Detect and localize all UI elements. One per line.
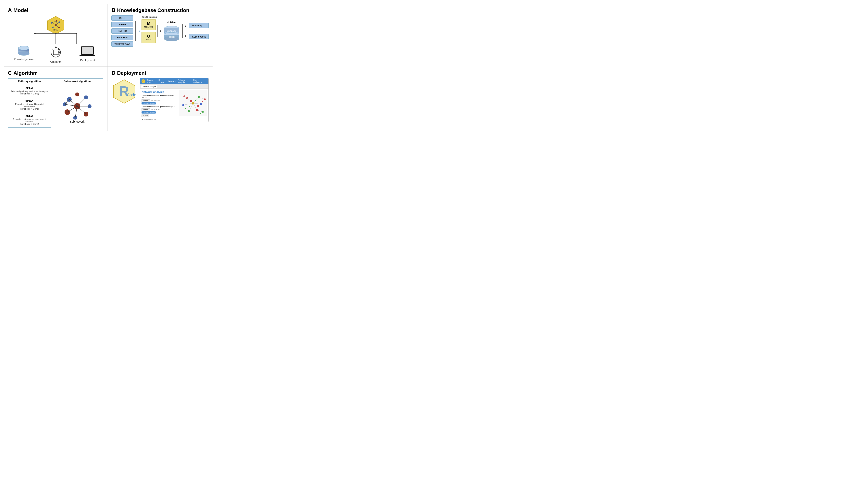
svg-rect-102 <box>197 105 199 107</box>
panel-d-title: D Deployment <box>112 70 209 76</box>
deployment-label: Deployment <box>80 59 95 62</box>
knowledgebase-label: Knowledgebase <box>14 58 34 61</box>
svg-text:MNet: MNet <box>53 29 58 32</box>
col1-header: Pathway algorithm <box>8 78 51 84</box>
panel-d: D Deployment R Code ⬡ Group-wise ID conv… <box>107 67 213 131</box>
svg-rect-101 <box>195 100 196 101</box>
panel-b-title-text: Knowledgebase Construction <box>117 7 189 13</box>
svg-rect-100 <box>190 100 192 102</box>
panel-a-letter: A <box>8 7 12 13</box>
svg-point-21 <box>55 33 57 34</box>
epda-desc: Extended pathway differential abundance(… <box>10 103 49 110</box>
svg-line-70 <box>77 97 86 106</box>
esea-desc: Extended pathway set enrichment analysis… <box>10 118 49 125</box>
browse-met-btn[interactable]: Browse... <box>142 99 150 102</box>
upload-gene-btn[interactable]: Upload complete <box>142 111 156 113</box>
nav-network[interactable]: Network <box>168 80 176 83</box>
svg-rect-103 <box>189 106 190 107</box>
reactome-box: Reactome <box>112 35 133 40</box>
download-plot-link[interactable]: ▲ Download the plot <box>142 118 178 120</box>
gene-letter: G <box>147 34 150 39</box>
panel-a-title-text: Model <box>13 7 28 13</box>
svg-rect-105 <box>185 108 186 109</box>
upload-met-btn[interactable]: Upload complete <box>142 102 156 104</box>
algorithm-label: Algorithm <box>50 60 61 63</box>
db-cylinders: dbKEGG dbNet <box>163 25 181 41</box>
svg-point-22 <box>75 33 77 34</box>
choose-met-label: Choose the differential metabolite data … <box>142 95 178 99</box>
model-item-knowledgebase: Knowledgebase <box>12 46 36 63</box>
kb-sources: BiGG KEGG SMPDB Reactome WikiPathways <box>112 15 133 46</box>
svg-line-72 <box>77 106 86 114</box>
kb-outcomes: Pathway Subnetwork <box>189 23 209 39</box>
svg-rect-31 <box>53 50 58 55</box>
submit-btn[interactable]: Submit <box>142 115 149 117</box>
r-hexagon: R Code <box>112 78 137 108</box>
panel-c: C Algorithm Pathway algorithm Subnetwork… <box>4 67 107 131</box>
kb-arrow-3 <box>182 19 186 43</box>
mnet-hexagon: MNet <box>46 15 66 33</box>
kegg-box: KEGG <box>112 22 133 27</box>
svg-text:dbKEGG: dbKEGG <box>167 30 176 32</box>
svg-text:Code: Code <box>127 93 136 97</box>
panel-b-letter: B <box>112 7 115 13</box>
network-graph-preview <box>179 90 207 120</box>
model-diagram: MNet <box>8 15 103 63</box>
pathway-outcome: Pathway <box>189 23 209 28</box>
nav-id-convert[interactable]: ID convert <box>158 79 166 84</box>
panel-d-title-text: Deployment <box>117 70 147 76</box>
met-filename: diff_mets.rds <box>151 99 160 102</box>
subnetwork-graph <box>60 89 94 120</box>
subnetwork-label: Subnetwork <box>70 120 85 123</box>
svg-point-26 <box>18 46 29 50</box>
svg-line-74 <box>67 106 77 112</box>
svg-marker-56 <box>185 25 186 27</box>
model-items: Knowledgebase <box>8 46 103 63</box>
bigg-box: BiGG <box>112 15 133 21</box>
panel-b-title: B Knowledgebase Construction <box>112 7 209 13</box>
svg-point-25 <box>18 52 29 56</box>
panel-c-title: C Algorithm <box>8 70 103 76</box>
metabolite-box: M Metabolite <box>142 19 156 30</box>
subnetwork-visualization: Subnetwork <box>53 89 101 123</box>
kb-arrow-1 <box>134 17 140 45</box>
network-preview-svg <box>179 90 207 116</box>
browse-gene-btn[interactable]: Browse... <box>142 108 150 111</box>
smpdb-box: SMPDB <box>112 28 133 34</box>
metabolite-letter: M <box>147 21 150 26</box>
svg-text:dbNet: dbNet <box>169 36 175 38</box>
panel-c-title-text: Algorithm <box>13 70 38 76</box>
kegg-mapping-label: KEGG mapping <box>142 16 157 18</box>
svg-rect-39 <box>80 55 95 56</box>
network-analysis-tab[interactable]: Network analysis <box>141 85 157 88</box>
nav-group-wise[interactable]: Group-wise <box>147 79 156 84</box>
subnetwork-cell: Subnetwork <box>51 84 103 127</box>
network-analysis-heading: Network analysis <box>142 90 178 94</box>
svg-point-20 <box>34 33 36 34</box>
laptop-icon <box>80 46 95 58</box>
svg-rect-38 <box>82 47 93 54</box>
database-icon <box>17 46 31 57</box>
svg-marker-42 <box>139 30 140 32</box>
epda-name: ePDA <box>10 99 49 102</box>
nav-pathway-analysis[interactable]: Pathway analysis <box>178 79 191 84</box>
epda-cell: ePDA Extended pathway differential abund… <box>8 97 51 112</box>
svg-marker-45 <box>160 30 162 32</box>
subnetwork-outcome: Subnetwork <box>189 34 209 39</box>
metabolite-sub: Metabolite <box>144 26 153 28</box>
algorithm-table: Pathway algorithm Subnetwork algorithm e… <box>8 78 103 128</box>
svg-marker-58 <box>185 35 186 37</box>
gene-sub: Gene <box>146 39 151 41</box>
table-row-1: ePEA Extended pathway enrichment analysi… <box>8 84 103 97</box>
nav-clinical-analysis[interactable]: Clinical analysis ▾ <box>193 79 207 84</box>
main-grid: A Model M <box>4 4 213 131</box>
deploy-content: R Code ⬡ Group-wise ID convert Network P… <box>112 78 209 122</box>
svg-line-76 <box>65 99 69 104</box>
epea-name: ePEA <box>10 86 49 90</box>
choose-gene-label: Choose the differential gene data to upl… <box>142 106 178 108</box>
panel-c-letter: C <box>8 70 12 76</box>
gene-filename: diff_gene.rds <box>151 108 160 111</box>
epea-desc: Extended pathway enrichment analysis(Met… <box>10 90 49 95</box>
algorithm-icon <box>49 46 62 59</box>
dbmnet-label: dbMNet <box>167 21 177 24</box>
